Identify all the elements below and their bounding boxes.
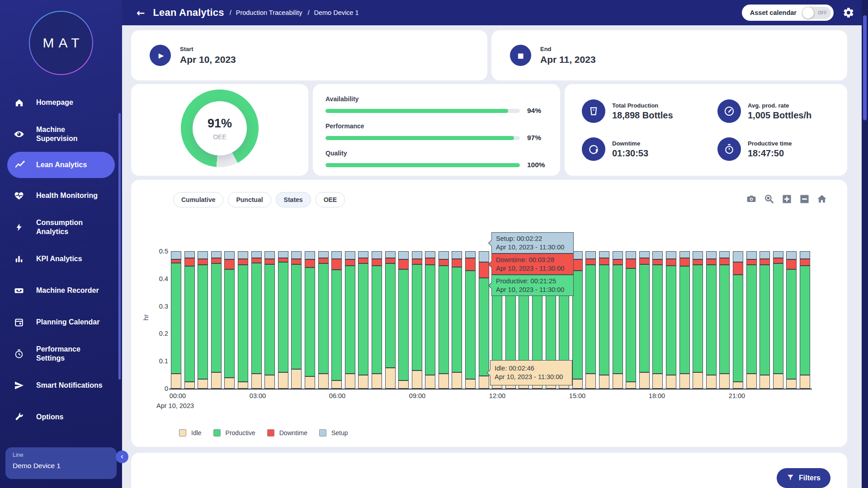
- chart-bar[interactable]: [398, 251, 409, 389]
- legend-item-idle[interactable]: Idle: [179, 429, 202, 436]
- tab-oee[interactable]: OEE: [316, 192, 345, 207]
- stat-value: 1,005 Bottles/h: [748, 110, 811, 121]
- chart-bar[interactable]: [719, 251, 730, 389]
- chart-bar[interactable]: [760, 251, 770, 389]
- chart-bar[interactable]: [706, 251, 717, 389]
- chart-bar[interactable]: [425, 251, 435, 389]
- line-selector[interactable]: Line Demo Device 1: [5, 447, 117, 479]
- y-tick: 0.1: [145, 357, 168, 365]
- chart-bar[interactable]: [733, 251, 743, 389]
- chart-bar[interactable]: [800, 251, 810, 389]
- chart-bar[interactable]: [184, 251, 195, 389]
- chart-bar[interactable]: [198, 251, 208, 389]
- y-tick: 0.5: [145, 247, 168, 255]
- filters-button[interactable]: Filters: [777, 468, 830, 488]
- chart-bar[interactable]: [786, 251, 797, 389]
- chart-bar[interactable]: [572, 251, 583, 389]
- zoom-out-icon[interactable]: [799, 193, 810, 204]
- chart-bar[interactable]: [211, 251, 222, 389]
- chart-bar[interactable]: [331, 251, 342, 389]
- sidebar-scrollbar[interactable]: [118, 113, 121, 380]
- sidebar-item-consumption-analytics[interactable]: Consumption Analytics: [0, 211, 122, 243]
- sidebar-menu: Homepage Machine Supervision Lean Analyt…: [0, 86, 122, 433]
- sidebar-item-planning-calendar[interactable]: Planning Calendar: [0, 306, 122, 338]
- sidebar-item-machine-recorder[interactable]: Machine Recorder: [0, 275, 122, 306]
- chart-bar[interactable]: [345, 251, 355, 389]
- metric-percent: 97%: [527, 134, 548, 142]
- sidebar-collapse-button[interactable]: ‹: [116, 450, 128, 463]
- metric-label: Availability: [326, 95, 548, 103]
- camera-icon[interactable]: [746, 193, 757, 204]
- zoom-in-icon[interactable]: [781, 193, 792, 204]
- chart-bar[interactable]: [626, 251, 636, 389]
- settings-gear-icon[interactable]: [842, 6, 855, 19]
- chart-bar[interactable]: [385, 251, 396, 389]
- chart-bar[interactable]: [452, 251, 462, 389]
- page-scrollbar[interactable]: [862, 0, 868, 488]
- toggle-state-label: OFF: [818, 10, 827, 15]
- sidebar-item-machine-supervision[interactable]: Machine Supervision: [0, 118, 122, 150]
- chart-bar[interactable]: [291, 251, 302, 389]
- back-arrow-icon[interactable]: ←: [137, 7, 145, 19]
- legend-item-downtime[interactable]: Downtime: [267, 429, 307, 436]
- page-scrollbar-thumb[interactable]: [863, 15, 867, 120]
- reset-axes-home-icon[interactable]: [816, 193, 827, 204]
- chart-bar[interactable]: [305, 251, 315, 389]
- chart-legend: Idle Productive Downtime Setup: [179, 429, 348, 436]
- sidebar-item-label: Machine Supervision: [36, 125, 103, 143]
- sidebar-item-kpi-analytics[interactable]: KPI Analytics: [0, 243, 122, 275]
- play-icon: ▶: [150, 45, 171, 66]
- tab-states[interactable]: States: [276, 192, 311, 207]
- chart-bar[interactable]: [693, 251, 703, 389]
- filters-button-label: Filters: [799, 474, 821, 482]
- chart-bar[interactable]: [278, 251, 288, 389]
- sidebar-item-smart-notifications[interactable]: Smart Notifications: [0, 370, 122, 401]
- chart-bar[interactable]: [746, 251, 757, 389]
- toggle-switch[interactable]: OFF: [802, 7, 831, 19]
- chart-bar[interactable]: [679, 251, 690, 389]
- sidebar-item-homepage[interactable]: Homepage: [0, 87, 122, 118]
- chart-bar[interactable]: [585, 251, 596, 389]
- logo-circle: MAT: [29, 11, 93, 75]
- chart-bar[interactable]: [171, 251, 181, 389]
- chart-bar[interactable]: [372, 251, 382, 389]
- chart-bar[interactable]: [224, 251, 235, 389]
- chart-bar[interactable]: [599, 251, 609, 389]
- chart-bar[interactable]: [412, 251, 422, 389]
- chart-bar[interactable]: [251, 251, 262, 389]
- y-tick: 0.2: [145, 329, 168, 338]
- end-label: End: [540, 46, 596, 52]
- chart-modebar: [746, 193, 827, 204]
- end-date-card[interactable]: ■ End Apr 11, 2023: [491, 30, 847, 80]
- chart-bar[interactable]: [639, 251, 650, 389]
- sidebar-item-lean-analytics[interactable]: Lean Analytics: [7, 152, 115, 178]
- production-bin-icon: [582, 99, 605, 123]
- chart-bar[interactable]: [479, 251, 489, 389]
- sidebar-item-options[interactable]: Options: [0, 401, 122, 433]
- breadcrumb-demo-device[interactable]: /Demo Device 1: [307, 9, 359, 16]
- chart-bar[interactable]: [439, 251, 449, 389]
- tab-punctual[interactable]: Punctual: [228, 192, 271, 207]
- legend-item-productive[interactable]: Productive: [213, 429, 255, 436]
- sidebar-item-performance-settings[interactable]: Performance Settings: [0, 338, 122, 370]
- chart-bar[interactable]: [666, 251, 676, 389]
- chart-bar[interactable]: [264, 251, 275, 389]
- legend-item-setup[interactable]: Setup: [319, 429, 348, 436]
- chart-bar[interactable]: [613, 251, 623, 389]
- chevron-left-icon: ‹: [121, 453, 124, 460]
- start-date-card[interactable]: ▶ Start Apr 10, 2023: [131, 30, 487, 80]
- chart-bar[interactable]: [773, 251, 783, 389]
- sidebar-item-health-monitoring[interactable]: Health Monitoring: [0, 180, 122, 211]
- y-tick: 0: [145, 385, 168, 393]
- chart-bar[interactable]: [238, 251, 248, 389]
- breadcrumb-production-traceability[interactable]: /Production Traceability: [230, 9, 302, 16]
- chart-bar[interactable]: [465, 251, 476, 389]
- zoom-select-icon[interactable]: [764, 193, 774, 204]
- asset-calendar-toggle[interactable]: Asset calendar OFF: [742, 5, 834, 21]
- oee-value: 91%: [208, 117, 232, 131]
- chart-bar[interactable]: [358, 251, 368, 389]
- chart-bar[interactable]: [652, 251, 663, 389]
- chart-bar[interactable]: [318, 251, 329, 389]
- downtime-stat: Downtime 01:30:53: [582, 137, 717, 161]
- tab-cumulative[interactable]: Cumulative: [173, 192, 223, 207]
